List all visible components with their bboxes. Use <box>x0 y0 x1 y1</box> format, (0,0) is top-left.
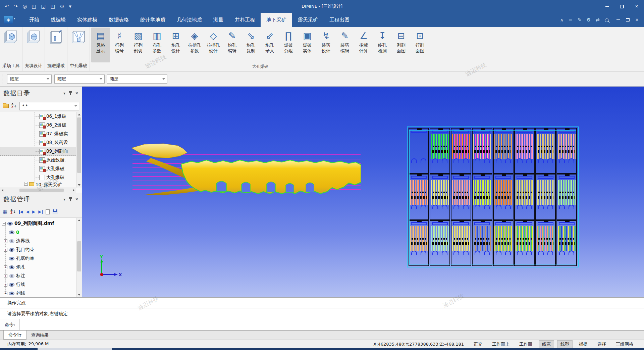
undo-icon[interactable]: ↶ <box>5 4 9 9</box>
catalog-tree-item[interactable]: 06_2爆破 <box>0 121 82 130</box>
catalog-tree-item[interactable]: 大孔爆破 <box>0 173 82 182</box>
visibility-eye-icon[interactable] <box>7 222 13 226</box>
ribbon-tab[interactable]: 井巷工程 <box>229 13 261 27</box>
ribbon-tab[interactable]: 地下采矿 <box>261 13 292 27</box>
layer-combo-3[interactable]: 随层 <box>107 74 167 84</box>
blast-grouping-button[interactable]: ∏ 爆破 分组 <box>279 28 298 62</box>
doc-settings-icon[interactable]: ⚙ <box>586 17 591 22</box>
blast-hole-edit-button[interactable]: ✎ 炮孔 编辑 <box>223 28 241 62</box>
layer-combo-1[interactable]: 随层 <box>7 74 52 84</box>
chevron-down-icon[interactable]: ▾ <box>63 197 65 202</box>
ribbon-tab[interactable]: 露天采矿 <box>292 13 324 27</box>
charge-edit-button[interactable]: ✎ 装药 编辑 <box>335 28 354 62</box>
close-button[interactable]: ✕ <box>629 0 644 13</box>
vertical-scrollbar[interactable] <box>76 112 82 188</box>
scrollbar-thumb[interactable] <box>77 117 81 173</box>
view-cube-front-icon[interactable]: ◱ <box>41 4 46 9</box>
close-icon[interactable]: ✕ <box>75 197 78 202</box>
expand-icon[interactable] <box>4 248 7 252</box>
rotate-view-icon[interactable]: ⊙ <box>60 4 64 9</box>
visibility-eye-icon[interactable] <box>9 292 14 295</box>
visibility-eye-icon[interactable] <box>9 257 14 260</box>
datasets-icon[interactable]: ▦ <box>3 209 7 214</box>
catalog-tree-item[interactable]: 大孔爆破 <box>0 164 82 173</box>
manage-tree-item[interactable]: 边界线 <box>0 237 82 245</box>
chevron-down-icon[interactable]: ▾ <box>63 91 65 96</box>
doc-minimize-button[interactable] <box>614 15 623 25</box>
catalog-tree-item-partial[interactable]: + 10_露天采矿 <box>0 182 82 187</box>
expand-icon[interactable] <box>4 274 7 278</box>
manage-tree-item[interactable]: 行线 <box>0 280 82 289</box>
status-toggle[interactable]: 选择 <box>594 340 609 348</box>
visibility-eye-icon[interactable] <box>9 239 14 243</box>
end-hole-check-button[interactable]: ↧ 终孔 检测 <box>373 28 392 62</box>
tunnel-blast-button[interactable]: 掘进爆破 <box>45 27 67 71</box>
expand-icon[interactable]: + <box>24 182 28 186</box>
manage-tree-root[interactable]: 09_列剖面图.dmf <box>0 219 82 228</box>
catalog-tree-item[interactable]: 06_1爆破 <box>0 112 82 121</box>
app-logo[interactable]: ◈ ▾ <box>4 14 15 25</box>
scrollbar-thumb[interactable] <box>19 189 64 192</box>
visibility-eye-icon[interactable] <box>9 274 14 278</box>
minimize-button[interactable] <box>600 0 614 13</box>
close-icon[interactable]: ✕ <box>75 91 78 96</box>
command-tab[interactable]: 查询结果 <box>26 331 53 340</box>
status-toggle[interactable]: 线宽 <box>539 340 554 348</box>
scroll-down-icon[interactable] <box>78 184 80 186</box>
catalog-tree-item[interactable]: 08_装药设 <box>0 138 82 147</box>
status-toggle[interactable]: 工作面上 <box>489 340 513 348</box>
visibility-eye-icon[interactable] <box>9 248 14 252</box>
restore-button[interactable] <box>614 0 629 13</box>
vertical-scrollbar[interactable] <box>76 218 82 297</box>
index-calculation-button[interactable]: ∠ 指标 计算 <box>354 28 373 62</box>
visibility-eye-icon[interactable] <box>9 283 14 287</box>
ribbon-tab[interactable]: 实体建模 <box>71 13 103 27</box>
manage-tree-item[interactable]: 0 <box>0 228 82 237</box>
quick-access-more-icon[interactable]: ▾ <box>69 4 71 9</box>
transfer-icon[interactable]: ⇄ <box>596 17 600 22</box>
scroll-up-icon[interactable] <box>78 219 80 221</box>
ribbon-tab[interactable]: 统计学地质 <box>135 13 171 27</box>
expand-icon[interactable] <box>4 292 7 295</box>
hole-layout-params-button[interactable]: ▥ 布孔 参数 <box>148 28 166 62</box>
file-filter-combo[interactable]: *.* <box>19 102 79 110</box>
stope-tools-button[interactable]: 采场工具 <box>0 27 22 71</box>
section-grid[interactable] <box>407 127 579 267</box>
collapse-icon[interactable] <box>2 222 6 226</box>
nav-first-icon[interactable]: ◀ <box>19 210 23 214</box>
blast-hole-copy-button[interactable]: ⇘ 炮孔 复制 <box>241 28 260 62</box>
view-cube-iso-icon[interactable]: ◳ <box>32 4 36 9</box>
fill-design-button[interactable]: 充填设计 <box>22 27 45 71</box>
mid-hole-blast-button[interactable]: 中孔爆破 <box>67 27 90 71</box>
status-toggle[interactable]: 三维网格 <box>612 340 637 348</box>
ribbon-tab[interactable]: 工程出图 <box>324 13 355 27</box>
scrollbar-thumb[interactable] <box>77 241 81 271</box>
redo-icon[interactable]: ↷ <box>14 4 18 9</box>
command-input[interactable] <box>19 319 644 330</box>
slot-hole-design-button[interactable]: ◇ 拉槽孔 设计 <box>204 28 223 62</box>
sort-az-icon[interactable]: AZ↓ <box>10 209 16 214</box>
viewport-3d[interactable]: Y X <box>82 87 644 297</box>
new-doc-icon[interactable] <box>46 209 50 214</box>
status-toggle[interactable]: 捕捉 <box>576 340 591 348</box>
style-display-button[interactable]: ▤ 风格 显示 <box>91 28 110 62</box>
layer-combo-2[interactable]: 随层 <box>54 74 105 84</box>
save-icon[interactable] <box>53 209 57 214</box>
catalog-tree-item[interactable]: 原始数据. <box>0 156 82 164</box>
doc-restore-button[interactable] <box>623 15 632 25</box>
row-col-number-button[interactable]: ♯ 行列 编号 <box>110 28 129 62</box>
expand-icon[interactable] <box>4 265 7 269</box>
ribbon-tab[interactable]: 测量 <box>208 13 229 27</box>
expand-icon[interactable] <box>4 239 7 243</box>
manage-tree-item[interactable]: 炮孔 <box>0 263 82 271</box>
visibility-eye-icon[interactable] <box>9 231 14 234</box>
command-tab[interactable]: 命令行 <box>3 331 26 340</box>
row-col-section-button[interactable]: ▧ 行列 剖切 <box>129 28 148 62</box>
ribbon-tab[interactable]: 开始 <box>23 13 45 27</box>
doc-close-button[interactable]: ✕ <box>633 15 641 25</box>
visibility-eye-icon[interactable] <box>9 265 14 269</box>
ribbon-tab[interactable]: 几何法地质 <box>171 13 208 27</box>
blast-hole-input-button[interactable]: ⇙ 炮孔 录入 <box>260 28 279 62</box>
view-cube-side-icon[interactable]: ◰ <box>51 4 55 9</box>
status-toggle[interactable]: 线型 <box>557 340 573 348</box>
